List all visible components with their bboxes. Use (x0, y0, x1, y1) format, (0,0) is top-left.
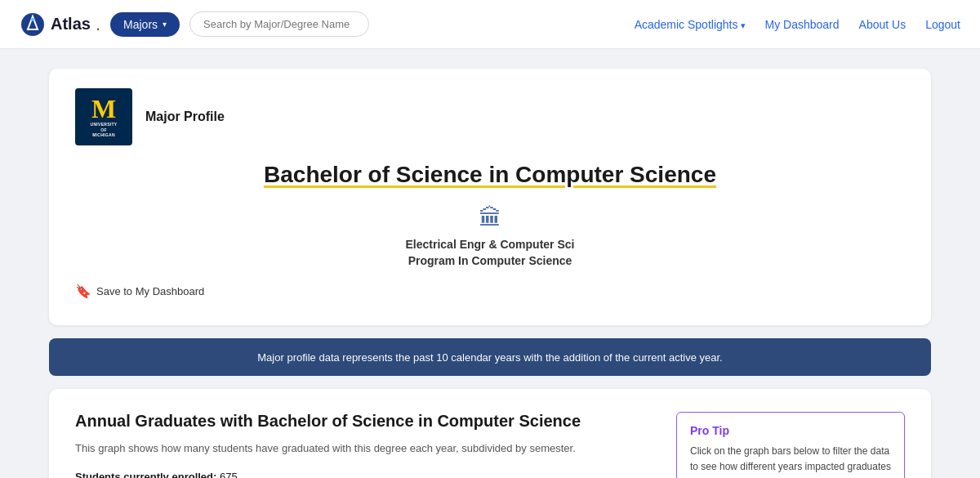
save-label: Save to My Dashboard (96, 285, 204, 297)
major-profile-label: Major Profile (145, 109, 225, 124)
nav-link-my-dashboard[interactable]: My Dashboard (765, 18, 840, 31)
section-description: This graph shows how many students have … (75, 440, 644, 458)
enrolled-label: Students currently enrolled: (75, 471, 216, 478)
nav-right: Academic Spotlights My Dashboard About U… (635, 18, 960, 31)
pro-tip-text: Click on the graph bars below to filter … (690, 444, 891, 478)
navbar: Atlas. Majors ▾ Academic Spotlights My D… (0, 0, 980, 49)
atlas-logo-icon (20, 11, 46, 38)
info-banner: Major profile data represents the past 1… (49, 338, 931, 376)
main-content: M UNIVERSITYOFMICHIGAN Major Profile Bac… (0, 49, 980, 478)
building-icon: 🏛 (75, 204, 905, 231)
svg-point-1 (31, 18, 34, 21)
bookmark-icon: 🔖 (75, 284, 91, 299)
university-m: M (91, 96, 116, 122)
university-logo-inner: M UNIVERSITYOFMICHIGAN (77, 90, 131, 144)
logo-text: Atlas (51, 15, 91, 34)
nav-link-about-us[interactable]: About Us (859, 18, 906, 31)
department-name: Electrical Engr & Computer Sci (75, 238, 905, 251)
logo[interactable]: Atlas. (20, 11, 100, 38)
pro-tip-title: Pro Tip (690, 424, 891, 437)
majors-btn-label: Majors (123, 18, 158, 31)
enrolled-stat: Students currently enrolled: 675 (75, 471, 644, 478)
logo-dot: . (96, 14, 100, 35)
nav-link-logout[interactable]: Logout (925, 18, 960, 31)
degree-title-section: Bachelor of Science in Computer Science … (75, 162, 905, 267)
section-layout: Annual Graduates with Bachelor of Scienc… (75, 412, 905, 478)
university-logo: M UNIVERSITYOFMICHIGAN (75, 88, 132, 145)
section-right: Pro Tip Click on the graph bars below to… (676, 412, 905, 478)
nav-link-academic-spotlights[interactable]: Academic Spotlights (635, 18, 746, 31)
annual-graduates-card: Annual Graduates with Bachelor of Scienc… (49, 389, 931, 478)
save-dashboard-button[interactable]: 🔖 Save to My Dashboard (75, 284, 204, 299)
majors-button[interactable]: Majors ▾ (110, 12, 180, 37)
university-text: UNIVERSITYOFMICHIGAN (90, 122, 117, 138)
search-input[interactable] (189, 11, 369, 37)
section-title: Annual Graduates with Bachelor of Scienc… (75, 412, 644, 431)
pro-tip-box: Pro Tip Click on the graph bars below to… (676, 412, 905, 478)
info-banner-text: Major profile data represents the past 1… (257, 351, 722, 364)
degree-title: Bachelor of Science in Computer Science (75, 162, 905, 188)
nav-left: Atlas. Majors ▾ (20, 11, 635, 38)
profile-card: M UNIVERSITYOFMICHIGAN Major Profile Bac… (49, 69, 931, 325)
chevron-down-icon: ▾ (163, 20, 167, 29)
enrolled-value: 675 (220, 471, 238, 478)
section-left: Annual Graduates with Bachelor of Scienc… (75, 412, 644, 478)
program-name: Program In Computer Science (75, 254, 905, 267)
card-header: M UNIVERSITYOFMICHIGAN Major Profile (75, 88, 905, 145)
